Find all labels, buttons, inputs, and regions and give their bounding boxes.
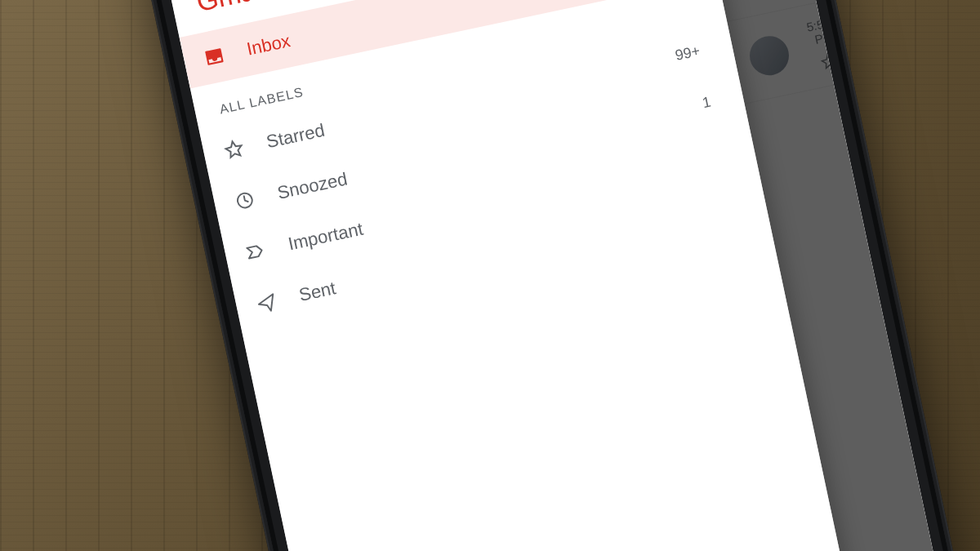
phone-body: 6:14 VoLTE 4G 37% …t in L… … you … — [132, 0, 980, 551]
clock-icon — [232, 188, 257, 213]
nav-item-count: 99+ — [674, 42, 702, 64]
star-icon — [221, 136, 247, 162]
phone-screen: 6:14 VoLTE 4G 37% …t in L… … you … — [156, 0, 980, 551]
inbox-icon — [202, 44, 227, 69]
sent-icon — [254, 290, 279, 315]
nav-item-count: 1 — [701, 93, 712, 112]
important-icon — [243, 238, 269, 264]
